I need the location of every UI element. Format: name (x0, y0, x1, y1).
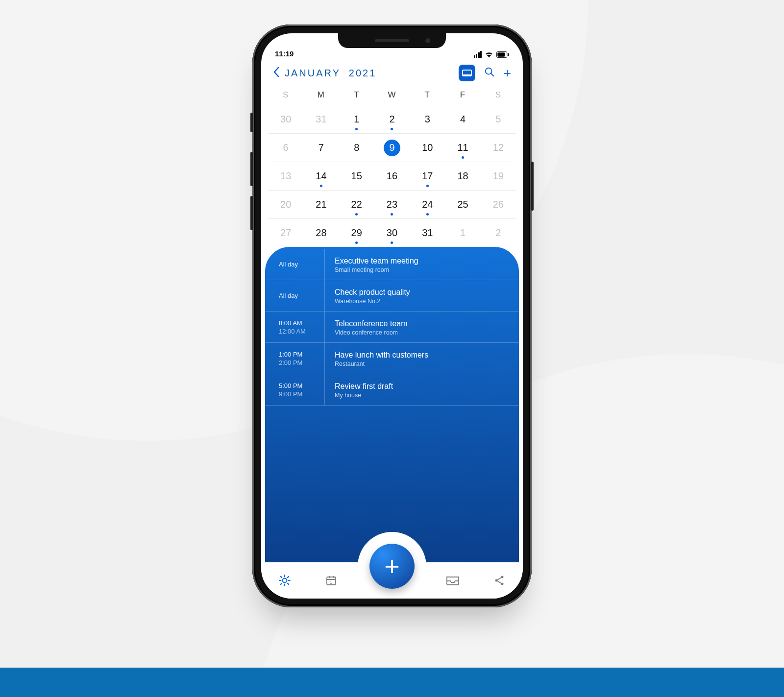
svg-text:1: 1 (330, 580, 332, 585)
event-location: Small meeting room (335, 266, 509, 273)
calendar-day[interactable]: 30 (374, 218, 410, 247)
svg-line-24 (497, 577, 501, 580)
event-time: 5:00 PM9:00 PM (265, 374, 325, 405)
search-icon[interactable] (484, 67, 495, 79)
calendar-day[interactable]: 23 (374, 190, 410, 218)
event-row[interactable]: 1:00 PM2:00 PMHave lunch with customersR… (265, 343, 519, 374)
event-location: Video conference room (335, 329, 509, 336)
calendar-day[interactable]: 24 (410, 190, 445, 218)
calendar-day[interactable]: 31 (303, 105, 339, 133)
event-time: 1:00 PM2:00 PM (265, 343, 325, 374)
calendar-day[interactable]: 17 (410, 162, 445, 190)
calendar-day[interactable]: 15 (339, 162, 374, 190)
weekday-header: T (410, 86, 445, 105)
bottom-nav: + 1 (261, 562, 523, 599)
event-time: All day (265, 249, 325, 280)
calendar-day[interactable]: 7 (303, 133, 339, 162)
battery-icon (496, 51, 509, 58)
calendar-day[interactable]: 13 (268, 162, 303, 190)
phone-screen: 11:19 JANUARY 2021 (261, 33, 523, 599)
phone-frame: 11:19 JANUARY 2021 (252, 24, 532, 607)
calendar-day[interactable]: 2 (481, 218, 516, 247)
calendar-day[interactable]: 16 (374, 162, 410, 190)
signal-icon (474, 51, 482, 58)
event-title: Review first draft (335, 382, 509, 391)
event-title: Check product quality (335, 288, 509, 297)
calendar-day[interactable]: 31 (410, 218, 445, 247)
svg-rect-2 (508, 53, 509, 56)
back-chevron-icon[interactable] (273, 67, 280, 79)
nav-settings-icon[interactable] (261, 574, 308, 587)
event-location: My house (335, 392, 509, 399)
calendar-day[interactable]: 22 (339, 190, 374, 218)
weekday-header: F (445, 86, 480, 105)
app-header: JANUARY 2021 + (261, 58, 523, 86)
calendar-day[interactable]: 2 (374, 105, 410, 133)
calendar-day[interactable]: 4 (445, 105, 480, 133)
page-footer-bar (0, 668, 784, 697)
event-title: Executive team meeting (335, 257, 509, 265)
event-location: Restaurant (335, 361, 509, 367)
weekday-header: S (268, 86, 303, 105)
status-time: 11:19 (275, 49, 294, 58)
calendar-day[interactable]: 1 (339, 105, 374, 133)
calendar-day[interactable]: 9 (374, 133, 410, 162)
event-title: Have lunch with customers (335, 351, 509, 360)
calendar-day[interactable]: 29 (339, 218, 374, 247)
svg-point-7 (282, 578, 287, 583)
event-row[interactable]: 5:00 PM9:00 PMReview first draftMy house (265, 374, 519, 406)
calendar-day[interactable]: 27 (268, 218, 303, 247)
events-panel: All dayExecutive team meetingSmall meeti… (265, 247, 519, 562)
calendar-day[interactable]: 1 (445, 218, 480, 247)
view-mode-button[interactable] (459, 65, 475, 81)
svg-line-15 (288, 577, 289, 577)
nav-share-icon[interactable] (476, 575, 523, 586)
event-time: All day (265, 280, 325, 311)
event-time: 8:00 AM12:00 AM (265, 312, 325, 342)
calendar-day[interactable]: 5 (481, 105, 516, 133)
calendar-day[interactable]: 18 (445, 162, 480, 190)
weekday-header: W (374, 86, 410, 105)
fab-well: + (358, 532, 426, 599)
calendar-day[interactable]: 6 (268, 133, 303, 162)
calendar-day[interactable]: 19 (481, 162, 516, 190)
svg-line-13 (288, 583, 289, 584)
weekday-header: S (481, 86, 516, 105)
calendar-day[interactable]: 8 (339, 133, 374, 162)
calendar-grid: SMTWTFS 30311234567891011121314151617181… (261, 86, 523, 247)
event-row[interactable]: All dayCheck product qualityWarehouse No… (265, 280, 519, 312)
event-row[interactable]: All dayExecutive team meetingSmall meeti… (265, 249, 519, 280)
weekday-header: T (339, 86, 374, 105)
calendar-day[interactable]: 21 (303, 190, 339, 218)
fab-add-button[interactable]: + (369, 544, 415, 589)
calendar-day[interactable]: 3 (410, 105, 445, 133)
svg-rect-1 (497, 52, 505, 56)
event-row[interactable]: 8:00 AM12:00 AMTeleconference teamVideo … (265, 312, 519, 343)
svg-line-12 (281, 577, 282, 577)
calendar-day[interactable]: 28 (303, 218, 339, 247)
calendar-day[interactable]: 25 (445, 190, 480, 218)
event-location: Warehouse No.2 (335, 298, 509, 305)
calendar-day[interactable]: 12 (481, 133, 516, 162)
svg-line-25 (497, 581, 501, 583)
calendar-day[interactable]: 30 (268, 105, 303, 133)
wifi-icon (485, 51, 493, 58)
month-label[interactable]: JANUARY 2021 (285, 68, 376, 79)
weekday-header: M (303, 86, 339, 105)
calendar-day[interactable]: 11 (445, 133, 480, 162)
svg-line-14 (281, 583, 282, 584)
calendar-day[interactable]: 10 (410, 133, 445, 162)
calendar-day[interactable]: 20 (268, 190, 303, 218)
calendar-day[interactable]: 14 (303, 162, 339, 190)
nav-inbox-icon[interactable] (429, 575, 476, 586)
nav-calendar-icon[interactable]: 1 (308, 575, 354, 586)
calendar-day[interactable]: 26 (481, 190, 516, 218)
svg-line-6 (491, 73, 494, 76)
add-event-icon[interactable]: + (504, 66, 511, 81)
event-title: Teleconference team (335, 319, 509, 328)
